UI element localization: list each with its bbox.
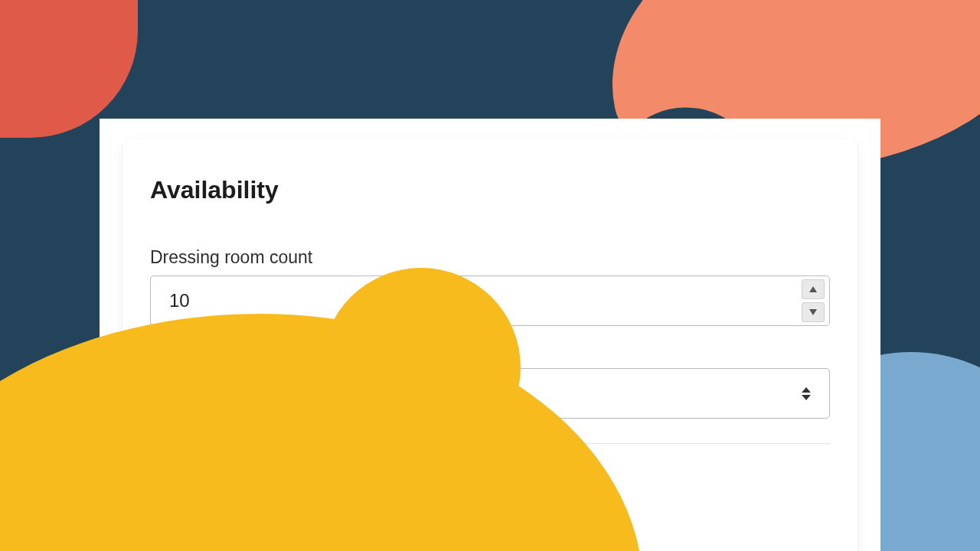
close-column-label: Close (334, 462, 449, 483)
clock-icon (420, 502, 437, 519)
appointment-length-label: Appointment length (150, 340, 830, 360)
closed-label: Closed (510, 485, 567, 507)
close-time-input[interactable]: PM (334, 489, 449, 532)
caret-up-icon (809, 286, 817, 292)
number-stepper (802, 279, 825, 322)
close-time-column: Close PM (334, 462, 449, 532)
availability-card: Availability Dressing room count 10 Appo… (122, 139, 858, 551)
caret-down-icon (809, 309, 817, 315)
close-time-value: PM (387, 500, 413, 520)
dressing-room-count-input[interactable]: 10 (150, 276, 830, 326)
dressing-room-count-value: 10 (169, 290, 789, 311)
stepper-up-button[interactable] (802, 279, 825, 299)
dressing-room-count-field: Dressing room count 10 (150, 247, 830, 326)
schedule-row: Close PM Closed (150, 462, 830, 532)
closed-checkbox[interactable] (479, 485, 501, 507)
select-sort-icon (802, 386, 812, 401)
closed-toggle: Closed (479, 485, 567, 507)
dressing-room-count-label: Dressing room count (150, 247, 830, 268)
stepper-down-button[interactable] (802, 302, 825, 322)
divider (150, 443, 830, 444)
appointment-length-value: 45 Minutes (169, 383, 789, 404)
card-title: Availability (150, 176, 830, 204)
appointment-length-select[interactable]: 45 Minutes (150, 368, 830, 419)
appointment-length-field: Appointment length 45 Minutes (150, 340, 830, 419)
